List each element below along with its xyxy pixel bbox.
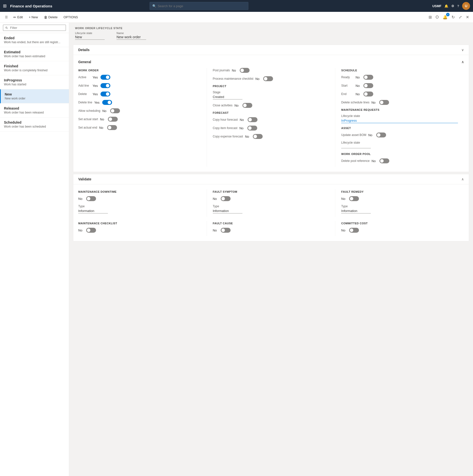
closeactivities-toggle[interactable]: [242, 103, 252, 108]
search-input[interactable]: [158, 4, 246, 8]
setactualstart-toggle[interactable]: [108, 117, 118, 122]
validate-card-header[interactable]: Validate ∧: [73, 174, 469, 184]
sidebar-list: Ended Work has ended, but there are stil…: [0, 33, 69, 476]
new-button[interactable]: + New: [26, 14, 40, 20]
fault-cause-toggle[interactable]: [221, 228, 231, 233]
fault-remedy-toggle[interactable]: [349, 196, 359, 201]
start-slider: [363, 83, 373, 88]
sidebar-item-title: Released: [4, 106, 65, 110]
setactualstart-val: No: [100, 117, 106, 121]
fault-remedy-type-label: Type: [341, 205, 458, 208]
general-label: General: [78, 60, 91, 64]
setactualend-slider: [107, 125, 117, 130]
edit-button[interactable]: ✏ Edit: [11, 14, 25, 20]
sidebar-item-ended[interactable]: Ended Work has ended, but there are stil…: [0, 33, 69, 47]
updateassetbom-val: No: [368, 133, 374, 137]
active-val: Yes: [93, 76, 99, 79]
copyitemforecast-slider: [247, 126, 257, 131]
sidebar-item-subtitle: Work order has been estimated: [4, 55, 65, 58]
deleteline-toggle[interactable]: [102, 100, 112, 105]
closeactivities-toggle-row: Close activities No: [213, 103, 329, 108]
fault-symptom-col: FAULT SYMPTOM No Type Information: [207, 189, 335, 217]
start-val: No: [355, 84, 361, 88]
copyhourforecast-toggle[interactable]: [248, 117, 257, 122]
sidebar-item-released[interactable]: Released Work order has been released: [0, 103, 69, 117]
general-chevron-icon[interactable]: ∧: [461, 60, 464, 64]
processmaint-toggle[interactable]: [263, 76, 273, 81]
maint-downtime-type-field: Type Information: [78, 205, 201, 213]
sidebar-item-inprogress[interactable]: InProgress Work has started: [0, 75, 69, 89]
grid-view-icon[interactable]: ⊞: [428, 14, 433, 20]
validate-card-body: MAINTENANCE DOWNTIME No Type Information: [73, 184, 469, 241]
details-card: Details ∨ General ∧ WORK ORDER Active Ye…: [73, 45, 469, 172]
updateassetbom-label: Update asset BOM: [341, 133, 366, 137]
active-toggle[interactable]: [100, 75, 110, 80]
help-icon[interactable]: ?: [457, 4, 459, 8]
sidebar-item-title: Scheduled: [4, 120, 65, 124]
maint-checklist-toggle[interactable]: [86, 228, 96, 233]
allowscheduling-toggle[interactable]: [110, 108, 120, 113]
deletepoolref-toggle[interactable]: [379, 158, 389, 163]
sidebar-item-subtitle: Work order is completely finished: [4, 69, 65, 72]
active-label: Active: [78, 76, 91, 79]
setactualend-toggle[interactable]: [107, 125, 117, 130]
bell-icon[interactable]: 🔔: [444, 4, 448, 8]
updateassetbom-toggle-row: Update asset BOM No: [341, 133, 458, 137]
fault-symptom-toggle[interactable]: [221, 196, 231, 201]
settings-icon[interactable]: ⚙: [451, 4, 454, 8]
maint-downtime-val: No: [78, 197, 84, 201]
copyexpenseforecast-toggle[interactable]: [253, 134, 263, 139]
record-field-name: Name New work order: [117, 32, 146, 40]
copyhourforecast-val: No: [240, 118, 246, 122]
end-toggle[interactable]: [363, 92, 373, 96]
deletepoolref-slider: [379, 158, 389, 163]
close-button[interactable]: ✕: [465, 14, 470, 20]
committed-cost-toggle[interactable]: [349, 228, 359, 233]
delete-button[interactable]: 🗑 Delete: [41, 14, 60, 20]
committed-cost-val: No: [341, 228, 347, 232]
fault-remedy-col: FAULT REMEDY No Type Information: [335, 189, 464, 217]
notification-button[interactable]: 🔔 0: [442, 14, 449, 20]
options-button[interactable]: OPTIONS: [61, 14, 80, 20]
addline-val: Yes: [93, 84, 99, 88]
fault-remedy-val: No: [341, 197, 347, 201]
committed-cost-header: COMMITTED COST: [341, 222, 458, 225]
delete-label: Delete: [78, 92, 91, 96]
fault-symptom-slider: [221, 196, 231, 201]
maintenance-requests-header: MAINTENANCE REQUESTS: [341, 108, 458, 111]
top-nav: ⊞ Finance and Operations 🔍 USMF 🔔 ⚙ ? U: [0, 0, 473, 12]
start-label: Start: [341, 84, 354, 87]
start-toggle[interactable]: [363, 83, 373, 88]
deleteschedulelines-slider: [379, 100, 389, 105]
deleteschedulelines-toggle[interactable]: [379, 100, 389, 105]
maint-lifecycle-value[interactable]: InProgress: [341, 119, 458, 123]
ready-toggle[interactable]: [363, 75, 373, 80]
project-header: PROJECT: [213, 85, 329, 88]
grid-icon[interactable]: ⊞: [3, 3, 7, 9]
addline-toggle[interactable]: [100, 83, 110, 88]
sidebar-item-finished[interactable]: Finished Work order is completely finish…: [0, 61, 69, 75]
deletepoolref-toggle-row: Delete pool reference No: [341, 158, 458, 163]
maximize-icon[interactable]: ⤢: [458, 14, 463, 20]
office-icon[interactable]: O: [435, 14, 440, 20]
postjournals-toggle[interactable]: [240, 68, 250, 73]
maintenance-downtime-col: MAINTENANCE DOWNTIME No Type Information: [78, 189, 207, 217]
avatar[interactable]: U: [462, 2, 470, 10]
updateassetbom-toggle[interactable]: [376, 133, 386, 137]
setactualstart-toggle-row: Set actual start No: [78, 117, 201, 122]
ready-toggle-row: Ready No: [341, 75, 458, 80]
setactualend-val: No: [99, 126, 105, 130]
sidebar-filter-input[interactable]: [3, 25, 66, 31]
fault-symptom-header: FAULT SYMPTOM: [213, 190, 329, 193]
delete-toggle[interactable]: [100, 92, 110, 96]
refresh-icon[interactable]: ↻: [451, 14, 456, 20]
sidebar-item-scheduled[interactable]: Scheduled Work order has been scheduled: [0, 117, 69, 132]
app-title: Finance and Operations: [10, 4, 52, 8]
maint-downtime-toggle[interactable]: [86, 196, 96, 201]
postjournals-label: Post journals: [213, 69, 230, 72]
menu-icon[interactable]: ☰: [3, 13, 10, 21]
sidebar-item-new[interactable]: New New work order: [0, 89, 69, 103]
copyitemforecast-toggle[interactable]: [247, 126, 257, 131]
details-card-header[interactable]: Details ∨: [73, 45, 469, 55]
sidebar-item-estimated[interactable]: Estimated Work order has been estimated: [0, 47, 69, 61]
